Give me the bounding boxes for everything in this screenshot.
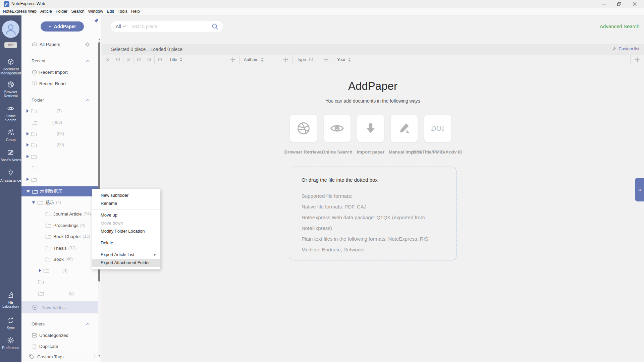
search-filter-dropdown[interactable]: All: [116, 24, 121, 29]
close-button[interactable]: [627, 0, 642, 8]
menu-search[interactable]: Search: [69, 8, 87, 15]
column-flag-2[interactable]: [113, 55, 123, 64]
sidebar-item-recent-import[interactable]: Recent Import: [21, 67, 99, 77]
folder-row[interactable]: (8): [21, 288, 99, 298]
folder-row[interactable]: (4): [21, 265, 99, 276]
folder-row[interactable]: (488): [21, 117, 99, 127]
rail-item-bosss-notes[interactable]: Boss's Notes: [0, 149, 21, 162]
folder-row[interactable]: [21, 163, 99, 173]
menu-folder[interactable]: Folder: [54, 8, 69, 15]
column-header-authors[interactable]: Authors: [240, 55, 279, 64]
rail-item-group[interactable]: Group: [0, 129, 21, 142]
menu-edit[interactable]: Edit: [105, 8, 116, 15]
method-card-online-search[interactable]: [323, 114, 351, 142]
menu-item-modify-folder-location[interactable]: Modify Folder Location: [92, 227, 160, 235]
section-header-others[interactable]: Others: [21, 319, 99, 329]
minimize-button[interactable]: [596, 0, 611, 8]
folder-row[interactable]: (7): [21, 106, 99, 116]
menu-article[interactable]: Article: [39, 8, 54, 15]
rail-item-online-search[interactable]: Online Search: [0, 105, 21, 122]
column-header-title[interactable]: Title: [165, 55, 226, 64]
folder-row[interactable]: Journal Article (24): [21, 209, 99, 219]
advanced-search-link[interactable]: Advanced Search: [600, 23, 639, 29]
search-icon[interactable]: [212, 23, 218, 30]
menu-item-export-attachment-folder[interactable]: Export Attachment Folder: [92, 259, 160, 267]
menu-item-move-up[interactable]: Move up: [92, 211, 160, 219]
folder-row[interactable]: (90): [21, 140, 99, 150]
sidebar-item-duplicate[interactable]: Duplicate: [21, 341, 99, 351]
scroll-down-icon[interactable]: ▼: [98, 355, 101, 357]
menu-help[interactable]: Help: [129, 8, 142, 15]
chevron-up-icon[interactable]: [86, 98, 90, 103]
folder-row[interactable]: Book Chapter (15): [21, 231, 99, 241]
chevron-down-icon[interactable]: [122, 25, 126, 28]
sort-icon[interactable]: [261, 58, 264, 62]
column-resize-handle[interactable]: [319, 55, 333, 64]
custom-list-button[interactable]: Custom list: [612, 47, 639, 51]
menu-item-new-subfolder[interactable]: New subfolder: [92, 191, 160, 199]
column-resize-handle[interactable]: [630, 55, 644, 64]
column-flag-1[interactable]: [102, 55, 113, 64]
menu-item-export-article-list[interactable]: Export Article List: [92, 251, 160, 259]
chevron-up-icon[interactable]: [86, 58, 90, 63]
menu-tools[interactable]: Tools: [116, 8, 129, 15]
folder-row[interactable]: Book (46): [21, 254, 99, 264]
method-card-browser-retrieval[interactable]: [290, 114, 317, 142]
collapse-icon[interactable]: [32, 201, 35, 204]
method-card-manual-import[interactable]: [390, 114, 418, 142]
sidebar-item-all-papers[interactable]: All Papers: [21, 39, 99, 49]
scroll-up-icon[interactable]: ▲: [98, 38, 101, 41]
folder-row-tilu[interactable]: 题录 (4): [21, 197, 99, 207]
sort-icon[interactable]: [180, 58, 182, 62]
folder-row[interactable]: Thesis (32): [21, 243, 99, 253]
folder-row[interactable]: [21, 277, 99, 287]
expand-icon[interactable]: [26, 109, 29, 113]
folder-row[interactable]: (53): [21, 129, 99, 139]
rail-item-ai-assistance[interactable]: AI assistance: [0, 169, 21, 182]
method-card-doi[interactable]: DOI: [424, 114, 451, 142]
menu-noteexpress-web[interactable]: NoteExpress Web: [1, 8, 39, 15]
collapse-icon[interactable]: [26, 190, 30, 193]
search-bar[interactable]: All: [111, 21, 223, 32]
expand-icon[interactable]: [26, 143, 29, 146]
collapse-panel-tab[interactable]: «: [635, 178, 644, 201]
column-flag-3[interactable]: [123, 55, 134, 64]
user-avatar[interactable]: [2, 20, 19, 38]
column-flag-5[interactable]: [144, 55, 155, 64]
menu-item-rename[interactable]: Rename: [92, 199, 160, 207]
sidebar-item-recent-read[interactable]: Recent Read: [21, 78, 99, 88]
expand-icon[interactable]: [39, 269, 41, 272]
column-resize-handle[interactable]: [279, 55, 293, 64]
method-card-import-paper[interactable]: [357, 114, 384, 142]
rail-item-ne-laboratory[interactable]: NE Laboratory: [0, 291, 21, 308]
column-header-year[interactable]: Year: [333, 55, 370, 64]
column-resize-handle[interactable]: [226, 55, 240, 64]
restore-button[interactable]: [611, 0, 627, 8]
rail-item-preference[interactable]: Preference: [0, 337, 21, 350]
sort-icon[interactable]: [348, 58, 351, 62]
folder-row-selected[interactable]: 示例数据库: [21, 186, 99, 196]
menu-window[interactable]: Window: [86, 8, 105, 15]
column-flag-6[interactable]: [155, 55, 165, 64]
all-papers-gear-icon[interactable]: [85, 42, 90, 47]
section-header-recent[interactable]: Recent: [21, 56, 99, 66]
sidebar-item-uncategorized[interactable]: Uncategorized: [21, 330, 99, 340]
folder-row[interactable]: Proceedings (4): [21, 220, 99, 230]
rail-item-document-management[interactable]: Document Management: [0, 58, 21, 75]
add-paper-button[interactable]: + AddPaper: [41, 21, 84, 32]
chevron-up-icon[interactable]: [86, 321, 90, 326]
menu-item-delete[interactable]: Delete: [92, 239, 160, 247]
rail-item-sync[interactable]: Sync: [0, 317, 21, 330]
expand-icon[interactable]: [26, 155, 29, 158]
collapse-up-icon[interactable]: ↑: [94, 354, 96, 359]
expand-icon[interactable]: [26, 132, 29, 135]
section-header-folder[interactable]: Folder: [21, 95, 99, 105]
folder-row[interactable]: [21, 152, 99, 162]
new-folder-button[interactable]: New folder...: [21, 301, 99, 313]
rail-item-browser-retrieval[interactable]: Browser Retrieval: [0, 81, 21, 98]
search-input[interactable]: [131, 24, 212, 29]
folder-row[interactable]: [21, 174, 99, 184]
column-header-type[interactable]: Type: [293, 55, 319, 64]
expand-icon[interactable]: [26, 178, 29, 181]
custom-tags-bar[interactable]: Custom Tags ↑: [21, 351, 101, 362]
